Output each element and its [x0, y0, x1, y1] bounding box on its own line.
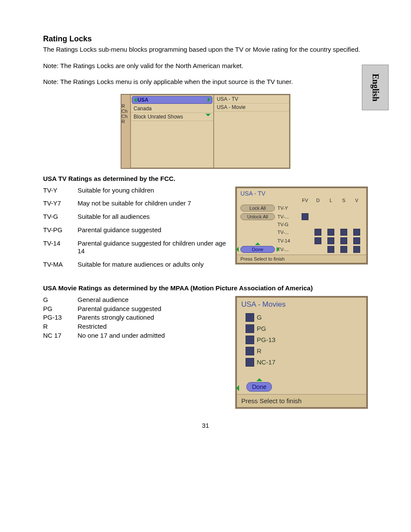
note-1: Note: The Ratings Locks are only valid f…	[43, 62, 368, 70]
country-item-canada[interactable]: Canada	[131, 105, 213, 113]
rating-code: G	[43, 296, 78, 304]
rating-checkbox[interactable]	[302, 213, 308, 220]
rating-code: TV-G	[43, 213, 78, 221]
usa-movies-panel-footer: Press Select to finish	[237, 394, 366, 407]
rating-desc: Parental guidance suggested	[78, 226, 161, 234]
col-header: S	[339, 198, 349, 203]
rating-checkbox[interactable]	[246, 347, 254, 355]
rating-code: NC 17	[43, 332, 78, 340]
col-header: V	[352, 198, 362, 203]
rating-code: TV-14	[43, 240, 78, 256]
country-item-block-unrated[interactable]: Block Unrated Shows	[131, 113, 213, 121]
row-label: TV-G	[277, 222, 297, 227]
movie-rating-label: PG-13	[257, 336, 275, 343]
rating-checkbox[interactable]	[246, 358, 254, 367]
movie-rating-row[interactable]: G	[246, 313, 362, 322]
lock-all-button[interactable]: Lock All	[240, 205, 275, 212]
movie-rating-label: NC-17	[257, 358, 275, 366]
rating-checkbox[interactable]	[246, 324, 254, 333]
movie-ratings-list: GGeneral audiencePGParental guidance sug…	[43, 296, 227, 341]
done-button-label: Done	[252, 383, 266, 390]
movie-rating-row[interactable]: PG	[246, 324, 362, 333]
usa-movies-panel: USA - Movies GPGPG-13RNC-17 Done Press S…	[235, 296, 368, 409]
intro-paragraph: The Ratings Locks sub-menu blocks progra…	[43, 45, 368, 54]
rating-checkbox[interactable]	[353, 237, 360, 244]
rating-row: TV-GSuitable for all audiences	[43, 213, 227, 221]
arrow-right-icon	[277, 247, 279, 252]
done-button[interactable]: Done	[246, 382, 272, 392]
movie-rating-row[interactable]: NC-17	[246, 358, 362, 367]
rating-desc: Restricted	[78, 323, 107, 331]
rating-desc: No one 17 and under admitted	[78, 332, 165, 340]
col-header: FV	[300, 198, 310, 203]
rating-desc: May not be suitable for children under 7	[78, 199, 191, 208]
rating-type-usa-movie[interactable]: USA - Movie	[214, 103, 289, 112]
rating-code: R	[43, 323, 78, 331]
arrow-right-icon	[208, 97, 210, 102]
usa-tv-subheader: USA TV Ratings as determined by the FCC.	[43, 175, 368, 182]
unlock-all-button[interactable]: Unlock All	[240, 213, 275, 220]
usa-movies-panel-title: USA - Movies	[237, 298, 366, 311]
col-header: L	[326, 198, 336, 203]
rating-row: RRestricted	[43, 323, 227, 331]
hint-ch: Ch	[121, 109, 130, 114]
arrow-left-icon	[134, 97, 137, 103]
usa-movie-subheader: USA Movie Ratings as determined by the M…	[43, 284, 368, 292]
rating-row: PGParental guidance suggested	[43, 305, 227, 313]
rating-code: TV-Y	[43, 187, 78, 195]
rating-code: TV-Y7	[43, 199, 78, 208]
rating-row: PG-13Parents strongly cautioned	[43, 314, 227, 322]
hint-ch2: Ch	[121, 114, 130, 119]
menu-left-hints: R Ch Ch R	[121, 95, 131, 168]
arrow-left-icon	[236, 385, 239, 391]
rating-checkbox[interactable]	[327, 246, 334, 253]
rating-checkbox[interactable]	[340, 237, 347, 244]
usa-tv-panel-footer: Press Select to finish	[237, 255, 366, 263]
rating-checkbox[interactable]	[314, 237, 321, 244]
language-tab-label: English	[371, 74, 380, 101]
movie-rating-label: PG	[257, 325, 266, 332]
usa-tv-panel-title: USA - TV	[237, 188, 366, 198]
chevron-down-icon	[206, 114, 211, 116]
rating-desc: Suitable for mature audiences or adults …	[78, 261, 204, 269]
language-tab: English	[362, 65, 389, 110]
rating-row: GGeneral audience	[43, 296, 227, 304]
country-selected[interactable]: USA	[132, 96, 212, 104]
rating-desc: Parental guidance suggested	[78, 305, 161, 313]
rating-desc: Parents strongly cautioned	[78, 314, 154, 322]
rating-type-panel: USA - TV USA - Movie	[214, 95, 290, 168]
rating-checkbox[interactable]	[340, 246, 347, 253]
rating-checkbox[interactable]	[353, 246, 360, 253]
usa-tv-panel: USA - TV FVDLSVLock AllTV-YUnlock AllTV-…	[235, 187, 368, 264]
done-button[interactable]: Done	[240, 246, 275, 253]
movie-rating-row[interactable]: PG-13	[246, 336, 362, 344]
country-menu-screenshot: R Ch Ch R USA Canada Block Unrated Shows…	[121, 94, 290, 169]
rating-checkbox[interactable]	[314, 229, 321, 236]
col-header: D	[313, 198, 323, 203]
rating-desc: Suitable for young children	[78, 187, 154, 195]
rating-checkbox[interactable]	[327, 229, 334, 236]
arrow-left-icon	[236, 247, 239, 252]
rating-checkbox[interactable]	[246, 313, 254, 322]
movie-rating-label: G	[257, 314, 262, 321]
rating-code: TV-MA	[43, 261, 78, 269]
rating-type-usa-tv[interactable]: USA - TV	[214, 95, 289, 103]
row-label: TV-14	[277, 238, 297, 243]
arrow-up-icon	[256, 378, 262, 381]
rating-row: TV-MASuitable for mature audiences or ad…	[43, 261, 227, 269]
rating-checkbox[interactable]	[327, 237, 334, 244]
rating-checkbox[interactable]	[353, 229, 360, 236]
row-label: TV-...	[277, 247, 297, 252]
rating-checkbox[interactable]	[340, 229, 347, 236]
rating-checkbox[interactable]	[246, 336, 254, 344]
section-title: Rating Locks	[43, 34, 368, 44]
row-label: TV-...	[277, 230, 297, 235]
movie-rating-label: R	[257, 347, 262, 355]
rating-code: PG-13	[43, 314, 78, 322]
country-panel: USA Canada Block Unrated Shows	[131, 95, 214, 168]
hint-r: R	[121, 103, 130, 109]
block-unrated-label: Block Unrated Shows	[134, 114, 183, 120]
rating-desc: Suitable for all audiences	[78, 213, 150, 221]
movie-rating-row[interactable]: R	[246, 347, 362, 355]
rating-desc: General audience	[78, 296, 128, 304]
